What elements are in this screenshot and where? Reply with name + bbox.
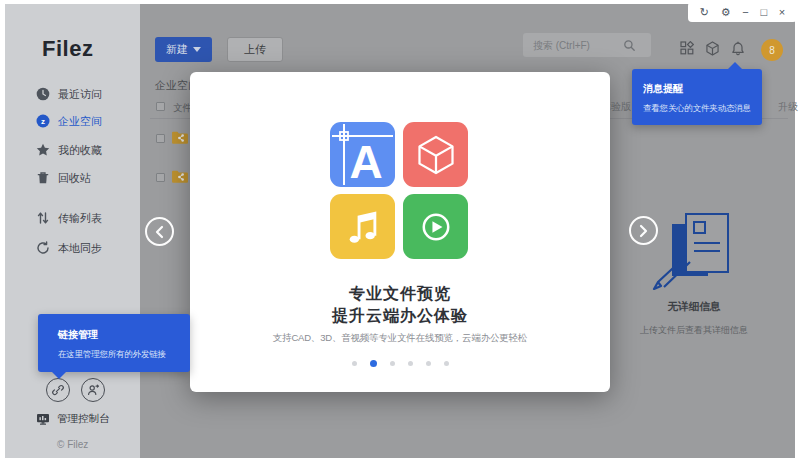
select-all-checkbox[interactable]: [156, 102, 165, 111]
sidebar-item-favorites[interactable]: 我的收藏: [22, 139, 135, 161]
upgrade-link[interactable]: 升级: [778, 100, 798, 114]
search-box[interactable]: [523, 33, 651, 57]
audio-preview-tile: [330, 194, 395, 259]
sidebar-item-local-sync[interactable]: 本地同步: [22, 237, 135, 259]
no-detail-illustration: [648, 210, 740, 290]
tooltip-arrow-down: [52, 372, 66, 379]
row-checkbox[interactable]: [156, 134, 165, 143]
link-icon: [51, 383, 65, 397]
sidebar-item-recycle-bin[interactable]: 回收站: [22, 167, 135, 189]
onboarding-modal: A 专业文件预览 提升云端办公体验 支持CAD、3D、音视频等专业文件在线预览，…: [190, 72, 610, 392]
shared-folder-icon[interactable]: [171, 169, 189, 184]
cube-3d-icon: [412, 131, 460, 179]
sync-icon: [36, 241, 50, 255]
cad-a-icon: A: [330, 122, 395, 187]
row-checkbox[interactable]: [156, 173, 165, 182]
refresh-icon[interactable]: ↻: [700, 7, 709, 18]
carousel-dot[interactable]: [390, 361, 395, 366]
modal-title-line1: 专业文件预览: [190, 284, 610, 305]
chevron-right-icon: [638, 224, 649, 238]
video-preview-tile: [403, 194, 468, 259]
sidebar-item-label: 回收站: [58, 171, 91, 186]
transfer-icon: [36, 211, 50, 225]
carousel-dot-active[interactable]: [370, 360, 377, 367]
link-manage-tooltip-title: 链接管理: [58, 328, 190, 342]
sidebar-item-label: 企业空间: [58, 114, 102, 129]
clock-icon: [36, 87, 50, 101]
package-cube-icon[interactable]: [705, 41, 720, 56]
chevron-left-icon: [154, 225, 165, 239]
carousel-dot[interactable]: [426, 361, 431, 366]
carousel-dots: [190, 360, 610, 367]
link-manage-tooltip: 链接管理 在这里管理您所有的外发链接: [38, 314, 190, 372]
trash-icon: [36, 171, 50, 185]
new-button[interactable]: 新建: [155, 37, 212, 62]
shared-folder-icon[interactable]: [171, 130, 189, 145]
sidebar-item-label: 最近访问: [58, 87, 102, 102]
copyright-text: © Filez: [57, 439, 88, 450]
avatar[interactable]: 8: [761, 39, 783, 61]
close-icon[interactable]: ×: [779, 7, 785, 18]
sidebar-item-label: 我的收藏: [58, 143, 102, 158]
modal-title-line2: 提升云端办公体验: [190, 306, 610, 327]
detail-panel-title: 无详细信息: [614, 300, 774, 314]
music-note-icon: [340, 204, 386, 250]
notification-bell-icon[interactable]: [731, 41, 745, 56]
maximize-icon[interactable]: □: [760, 7, 767, 18]
svg-text:z: z: [41, 117, 45, 126]
sidebar-item-transfer-list[interactable]: 传输列表: [22, 207, 135, 229]
carousel-prev-button[interactable]: [145, 217, 174, 246]
admin-console-link[interactable]: 管理控制台: [36, 412, 110, 426]
notification-tooltip-title: 消息提醒: [643, 82, 751, 96]
search-icon: [623, 39, 636, 52]
3d-preview-tile: [403, 122, 468, 187]
admin-console-label: 管理控制台: [57, 412, 110, 426]
minimize-icon[interactable]: −: [742, 7, 748, 18]
modal-subtitle: 支持CAD、3D、音视频等专业文件在线预览，云端办公更轻松: [190, 332, 610, 345]
link-manage-button[interactable]: [46, 378, 70, 402]
notification-tooltip: 消息提醒 查看您关心的文件夹动态消息: [632, 69, 762, 125]
console-monitor-icon: [36, 412, 50, 426]
avatar-initial: 8: [769, 45, 775, 56]
sidebar-item-label: 本地同步: [58, 241, 102, 256]
carousel-next-button[interactable]: [629, 216, 658, 245]
sidebar-item-recent[interactable]: 最近访问: [22, 83, 135, 105]
tooltip-arrow-up: [728, 62, 742, 69]
notification-tooltip-body: 查看您关心的文件夹动态消息: [643, 103, 751, 115]
apps-grid-icon[interactable]: [680, 41, 694, 55]
upload-button-label: 上传: [244, 42, 266, 57]
person-share-icon: [86, 383, 100, 397]
app-logo: Filez: [42, 36, 93, 62]
star-icon: [36, 143, 50, 157]
carousel-dot[interactable]: [352, 361, 357, 366]
sidebar-item-enterprise-space[interactable]: z 企业空间: [22, 110, 135, 132]
chevron-down-icon: [193, 47, 201, 52]
carousel-dot[interactable]: [408, 361, 413, 366]
detail-panel-subtitle: 上传文件后查看其详细信息: [614, 324, 774, 337]
play-icon: [413, 204, 459, 250]
window-settings-icon[interactable]: ⚙: [721, 7, 731, 18]
search-input[interactable]: [523, 40, 623, 51]
sidebar-item-label: 传输列表: [58, 211, 102, 226]
share-contacts-button[interactable]: [81, 378, 105, 402]
svg-text:A: A: [349, 136, 382, 187]
z-badge-icon: z: [36, 114, 50, 128]
carousel-dot[interactable]: [444, 361, 449, 366]
link-manage-tooltip-body: 在这里管理您所有的外发链接: [58, 349, 190, 361]
window-controls: ↻ ⚙ − □ ×: [688, 2, 797, 22]
new-button-label: 新建: [166, 42, 188, 57]
upload-button[interactable]: 上传: [227, 37, 283, 62]
cad-preview-tile: A: [330, 122, 395, 187]
